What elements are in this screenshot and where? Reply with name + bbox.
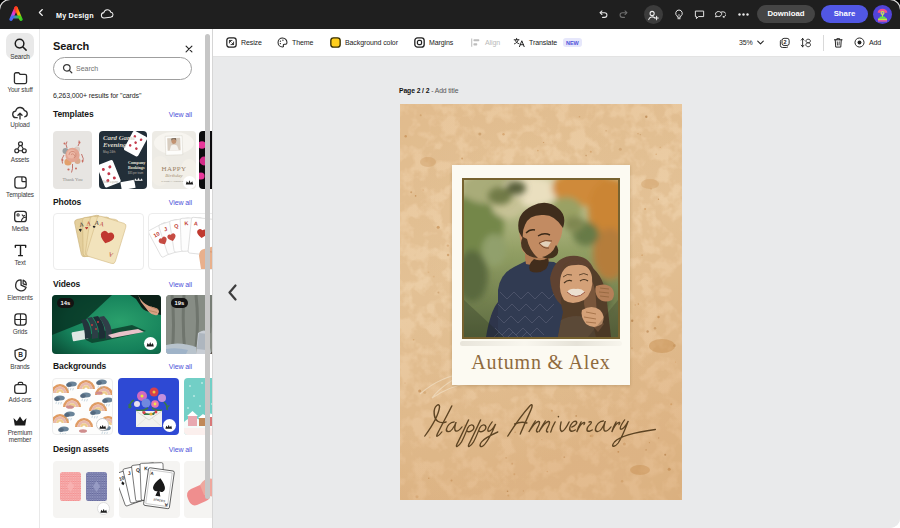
svg-text:Card Game: Card Game bbox=[103, 134, 135, 141]
svg-text:HAPPY: HAPPY bbox=[162, 165, 187, 173]
svg-text:Bookings: Bookings bbox=[128, 165, 145, 170]
svg-text:K: K bbox=[144, 465, 148, 471]
svg-text:K: K bbox=[184, 220, 188, 226]
svg-text:May 24th: May 24th bbox=[103, 150, 116, 154]
svg-text:Birthday: Birthday bbox=[165, 173, 183, 178]
svg-text:A: A bbox=[194, 220, 199, 226]
svg-text:A: A bbox=[87, 220, 92, 226]
svg-text:2: 2 bbox=[784, 39, 787, 45]
svg-text:$35 per team: $35 per team bbox=[128, 171, 143, 175]
svg-text:Evening: Evening bbox=[102, 141, 127, 148]
svg-text:Thank You: Thank You bbox=[62, 177, 83, 182]
svg-text:Book a game: Book a game bbox=[103, 180, 119, 184]
svg-text:B: B bbox=[18, 351, 23, 358]
